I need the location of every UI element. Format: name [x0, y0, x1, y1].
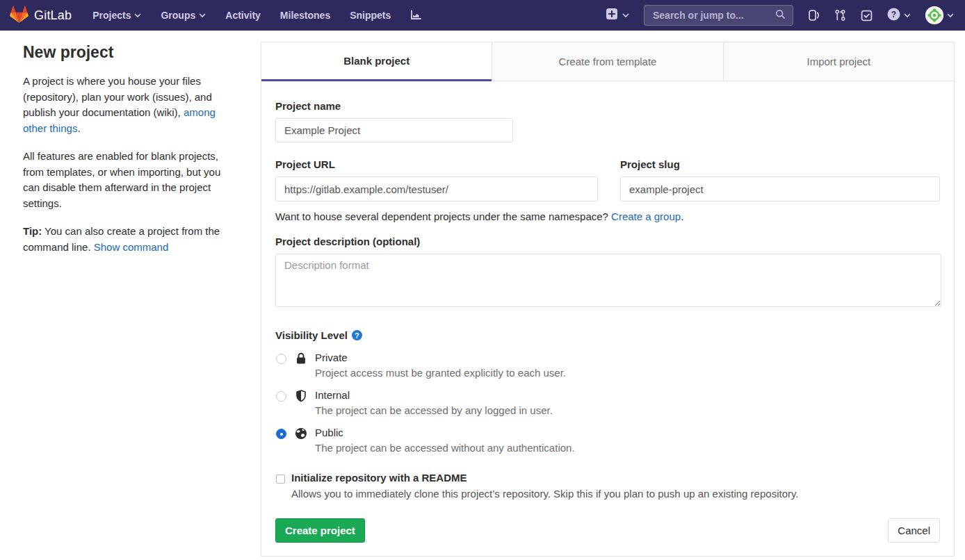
namespace-hint: Want to house several dependent projects… [275, 211, 940, 222]
sidebar-tip: Tip: You can also create a project from … [23, 224, 237, 255]
plus-square-icon [606, 8, 618, 23]
search-input[interactable] [653, 10, 775, 21]
internal-radio[interactable] [276, 391, 286, 402]
new-project-panel: Blank project Create from template Impor… [261, 42, 955, 557]
help-menu-button[interactable]: ? [887, 8, 911, 24]
chevron-down-icon [134, 13, 141, 18]
nav-groups[interactable]: Groups [161, 10, 206, 21]
project-type-tabs: Blank project Create from template Impor… [261, 42, 954, 81]
project-slug-input[interactable] [620, 176, 940, 201]
chevron-down-icon [622, 13, 629, 18]
global-search[interactable] [644, 5, 793, 26]
page-title: New project [23, 43, 237, 62]
sidebar-paragraph-2: All features are enabled for blank proje… [23, 149, 237, 211]
visibility-option-private: Private Project access must be granted e… [275, 352, 940, 379]
new-project-sidebar: New project A project is where you house… [0, 31, 261, 267]
project-description-label: Project description (optional) [275, 236, 940, 247]
visibility-level-label: Visibility Level [275, 329, 348, 341]
merge-request-icon[interactable] [834, 9, 846, 22]
help-icon: ? [887, 8, 900, 24]
tab-blank-project[interactable]: Blank project [261, 42, 492, 81]
chevron-down-icon [947, 13, 954, 18]
avatar [925, 6, 943, 24]
private-radio[interactable] [276, 354, 286, 364]
project-name-label: Project name [275, 100, 940, 112]
project-name-input[interactable] [275, 118, 513, 142]
tab-import-project[interactable]: Import project [723, 42, 954, 81]
primary-nav: Projects Groups Activity Milestones Snip… [92, 10, 422, 21]
cancel-button[interactable]: Cancel [888, 518, 940, 543]
private-label[interactable]: Private [315, 352, 566, 363]
todos-icon[interactable] [861, 10, 873, 22]
visibility-option-internal: Internal The project can be accessed by … [275, 389, 940, 416]
top-navbar: GitLab Projects Groups Activity Mileston… [0, 0, 965, 31]
visibility-section: Visibility Level ? Private Project acces… [275, 329, 940, 454]
project-url-input[interactable] [275, 176, 598, 201]
chevron-down-icon [904, 13, 911, 18]
search-icon [775, 9, 786, 22]
readme-label[interactable]: Initialize repository with a README [291, 472, 799, 484]
nav-snippets[interactable]: Snippets [350, 10, 391, 21]
readme-description: Allows you to immediately clone this pro… [291, 488, 799, 500]
globe-icon [294, 427, 308, 454]
public-description: The project can be accessed without any … [315, 442, 575, 454]
nav-milestones[interactable]: Milestones [280, 10, 330, 21]
tab-create-from-template[interactable]: Create from template [492, 42, 722, 81]
project-url-label: Project URL [275, 158, 598, 170]
chart-icon[interactable] [410, 10, 422, 21]
project-description-textarea[interactable] [275, 254, 941, 307]
issues-icon[interactable] [808, 9, 820, 22]
public-radio[interactable] [276, 429, 286, 439]
project-slug-label: Project slug [620, 158, 940, 170]
create-a-group-link[interactable]: Create a group [611, 211, 681, 222]
internal-description: The project can be accessed by any logge… [315, 404, 553, 416]
new-menu-button[interactable] [606, 8, 629, 23]
user-menu-button[interactable] [925, 6, 954, 24]
visibility-help-icon[interactable]: ? [352, 330, 362, 340]
readme-option: Initialize repository with a README Allo… [275, 472, 940, 500]
blank-project-form: Project name Project URL Project slug Wa… [261, 81, 954, 556]
nav-activity[interactable]: Activity [225, 10, 261, 21]
chevron-down-icon [199, 13, 206, 18]
navbar-right: ? [606, 5, 954, 26]
public-label[interactable]: Public [315, 427, 575, 438]
internal-label[interactable]: Internal [315, 389, 553, 401]
brand-name: GitLab [34, 8, 72, 23]
sidebar-paragraph-1: A project is where you house your files … [23, 74, 237, 136]
create-project-button[interactable]: Create project [275, 518, 365, 543]
readme-checkbox[interactable] [276, 475, 285, 484]
shield-icon [294, 390, 308, 416]
svg-text:?: ? [891, 9, 896, 19]
private-description: Project access must be granted explicitl… [315, 367, 566, 379]
lock-icon [294, 352, 308, 379]
gitlab-home-link[interactable]: GitLab [10, 5, 72, 26]
show-command-link[interactable]: Show command [94, 241, 169, 253]
gitlab-tanuki-logo-icon [10, 5, 29, 26]
visibility-option-public: Public The project can be accessed witho… [275, 427, 940, 454]
nav-projects[interactable]: Projects [92, 10, 141, 21]
